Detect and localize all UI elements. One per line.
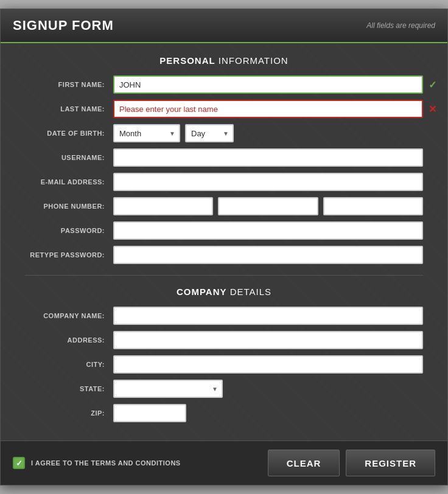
last-name-input[interactable] [113, 100, 423, 118]
terms-section: I AGREE TO THE TERMS AND CONDITIONS [13, 457, 181, 469]
company-name-input[interactable] [113, 307, 423, 325]
phone-label: PHONE NUMBER: [25, 203, 113, 210]
terms-checkbox[interactable] [13, 457, 25, 469]
first-name-input[interactable] [113, 75, 423, 94]
last-name-row: LAST NAME: ✕ [25, 100, 423, 118]
form-body: PERSONAL INFORMATION FIRST NAME: ✓ LAST … [1, 43, 447, 440]
last-name-label: LAST NAME: [25, 105, 113, 113]
dob-selects: Month JanuaryFebruaryMarch AprilMayJune … [113, 124, 423, 142]
password-input[interactable] [113, 221, 423, 240]
phone-row: PHONE NUMBER: [25, 197, 423, 215]
last-name-field: ✕ [113, 100, 423, 118]
first-name-label: FIRST NAME: [25, 81, 113, 88]
dob-month-wrapper: Month JanuaryFebruaryMarch AprilMayJune … [113, 124, 180, 142]
form-footer: I AGREE TO THE TERMS AND CONDITIONS CLEA… [1, 440, 447, 485]
section-divider [25, 275, 423, 276]
state-select-wrapper: AlabamaAlaskaArizona ArkansasCaliforniaC… [113, 380, 223, 398]
first-name-row: FIRST NAME: ✓ [25, 75, 423, 94]
retype-password-row: RETYPE PASSWORD: [25, 246, 423, 264]
state-select[interactable]: AlabamaAlaskaArizona ArkansasCaliforniaC… [113, 380, 223, 398]
company-title-rest: DETAILS [226, 287, 271, 297]
state-label: STATE: [25, 385, 113, 392]
address-field [113, 331, 423, 349]
dob-label: DATE OF BIRTH: [25, 130, 113, 137]
form-title: SIGNUP FORM [13, 18, 114, 33]
phone-number-input[interactable] [323, 197, 423, 215]
address-input[interactable] [113, 331, 423, 349]
zip-field [113, 404, 423, 422]
city-field [113, 355, 423, 374]
address-label: ADDRESS: [25, 336, 113, 344]
password-label: PASSWORD: [25, 227, 113, 234]
retype-password-field [113, 246, 423, 264]
dob-day-wrapper: Day [185, 124, 234, 142]
last-name-error-icon: ✕ [429, 103, 436, 115]
state-field: AlabamaAlaskaArizona ArkansasCaliforniaC… [113, 380, 423, 398]
city-input[interactable] [113, 355, 423, 374]
company-section-title: COMPANY DETAILS [25, 287, 423, 297]
personal-title-bold: PERSONAL [159, 55, 215, 66]
first-name-valid-icon: ✓ [429, 79, 436, 91]
company-name-field [113, 307, 423, 325]
email-row: E-MAIL ADDRESS: [25, 173, 423, 191]
city-label: CITY: [25, 361, 113, 368]
form-header: SIGNUP FORM All fields are required [1, 9, 447, 43]
first-name-field: ✓ [113, 75, 423, 94]
phone-inputs [113, 197, 423, 215]
phone-field [113, 197, 423, 215]
terms-label: I AGREE TO THE TERMS AND CONDITIONS [31, 459, 181, 467]
retype-password-input[interactable] [113, 246, 423, 264]
company-title-bold: COMPANY [177, 287, 227, 297]
signup-form: SIGNUP FORM All fields are required PERS… [0, 9, 448, 485]
zip-row: ZIP: [25, 404, 423, 422]
username-input[interactable] [113, 148, 423, 167]
dob-day-select[interactable]: Day [185, 124, 234, 142]
dob-month-select[interactable]: Month JanuaryFebruaryMarch AprilMayJune … [113, 124, 180, 142]
phone-exchange-input[interactable] [218, 197, 318, 215]
city-row: CITY: [25, 355, 423, 374]
username-row: USERNAME: [25, 148, 423, 167]
dob-field: Month JanuaryFebruaryMarch AprilMayJune … [113, 124, 423, 142]
clear-button[interactable]: CLEAR [268, 450, 340, 476]
username-label: USERNAME: [25, 154, 113, 161]
company-name-row: COMPANY NAME: [25, 307, 423, 325]
address-row: ADDRESS: [25, 331, 423, 349]
phone-area-input[interactable] [113, 197, 213, 215]
email-input[interactable] [113, 173, 423, 191]
email-label: E-MAIL ADDRESS: [25, 178, 113, 186]
dob-row: DATE OF BIRTH: Month JanuaryFebruaryMarc… [25, 124, 423, 142]
register-button[interactable]: REGISTER [346, 450, 435, 476]
password-row: PASSWORD: [25, 221, 423, 240]
personal-title-rest: INFORMATION [215, 55, 289, 66]
footer-buttons: CLEAR REGISTER [268, 450, 435, 476]
company-name-label: COMPANY NAME: [25, 312, 113, 319]
state-row: STATE: AlabamaAlaskaArizona ArkansasCali… [25, 380, 423, 398]
personal-section-title: PERSONAL INFORMATION [25, 55, 423, 66]
retype-password-label: RETYPE PASSWORD: [25, 251, 113, 259]
password-field [113, 221, 423, 240]
zip-label: ZIP: [25, 409, 113, 417]
username-field [113, 148, 423, 167]
email-field [113, 173, 423, 191]
required-note: All fields are required [366, 21, 435, 30]
zip-input[interactable] [113, 404, 186, 422]
